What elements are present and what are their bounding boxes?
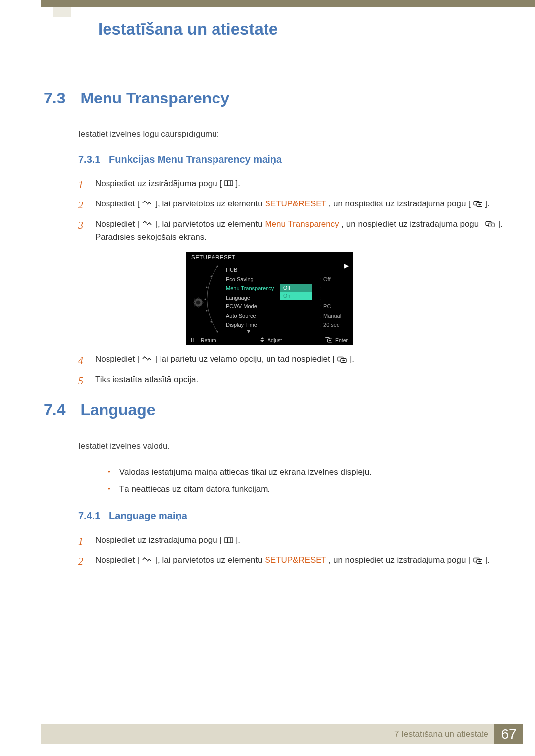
highlight-text: SETUP&RESET <box>265 555 326 565</box>
up-down-icon <box>142 557 153 563</box>
svg-rect-31 <box>225 538 233 543</box>
osd-row: Language: <box>226 293 351 302</box>
enter-icon <box>337 356 347 363</box>
osd-footer: Return Adjust Enter <box>191 335 348 343</box>
step-item: 2 Nospiediet [ ], lai pārvietotos uz ele… <box>78 554 505 569</box>
header-tab <box>53 7 71 17</box>
section-description: Iestatiet izvēlnes valodu. <box>78 440 505 452</box>
menu-icon <box>224 537 233 543</box>
step-number: 2 <box>78 198 86 213</box>
step-number: 4 <box>78 353 86 368</box>
step-text: Nospiediet [ ], lai pārvietotos uz eleme… <box>95 198 490 210</box>
section-title: Language <box>80 401 155 419</box>
step-number: 5 <box>78 373 86 389</box>
step-item: 1 Nospiediet uz izstrādājuma pogu [ ]. <box>78 177 505 193</box>
highlight-text: Menu Transparency <box>265 219 339 229</box>
osd-row: Eco Saving:Off <box>226 275 351 284</box>
chapter-title: Iestatīšana un atiestate <box>98 20 278 39</box>
step-number: 3 <box>78 218 86 233</box>
header-stripe <box>41 0 535 7</box>
svg-rect-0 <box>225 181 233 186</box>
subsection-heading: 7.3.1 Funkcijas Menu Transparency maiņa <box>78 154 505 165</box>
svg-line-23 <box>201 299 202 300</box>
svg-point-12 <box>211 321 212 323</box>
page-number: 67 <box>494 724 523 744</box>
note-bullets: Valodas iestatījuma maiņa attiecas tikai… <box>108 466 505 496</box>
section-description: Iestatiet izvēlnes logu caurspīdīgumu: <box>78 128 505 140</box>
svg-point-15 <box>196 301 201 305</box>
osd-row: PC/AV Mode:PC <box>226 302 351 311</box>
section-number: 7.3 <box>44 89 72 107</box>
up-down-icon <box>142 221 153 227</box>
subsection-number: 7.4.1 <box>78 510 100 521</box>
enter-icon <box>473 557 483 564</box>
svg-point-13 <box>217 331 218 333</box>
adjust-icon <box>259 337 265 343</box>
svg-point-7 <box>217 266 218 267</box>
step-text: Nospiediet [ ] lai pārietu uz vēlamo opc… <box>95 353 354 366</box>
osd-row: Auto Source:Manual <box>226 311 351 321</box>
subsection-heading: 7.4.1 Language maiņa <box>78 510 505 522</box>
step-text: Tiks iestatīta atlasītā opcija. <box>95 373 198 386</box>
osd-row: HUB <box>226 265 351 275</box>
enter-icon <box>325 337 333 343</box>
osd-screenshot: SETUP&RESET ▶ ▼ Off <box>34 252 505 345</box>
step-number: 1 <box>78 534 86 549</box>
steps-list-continued: 4 Nospiediet [ ] lai pārietu uz vēlamo o… <box>78 353 505 389</box>
step-text: Nospiediet uz izstrādājuma pogu [ ]. <box>95 177 240 190</box>
osd-row-selected: Menu Transparency: <box>226 284 351 293</box>
subsection-title: Language maiņa <box>109 510 187 521</box>
step-number: 2 <box>78 554 86 569</box>
page-footer: 7 Iestatīšana un atiestate 67 <box>41 724 523 744</box>
enter-icon <box>485 221 495 227</box>
step-item: 1 Nospiediet uz izstrādājuma pogu [ ]. <box>78 534 505 549</box>
step-text: Nospiediet [ ], lai pārvietotos uz eleme… <box>95 218 505 244</box>
step-item: 5 Tiks iestatīta atlasītā opcija. <box>78 373 505 389</box>
osd-row: Display Time:20 sec <box>226 320 351 330</box>
enter-icon <box>473 201 483 207</box>
step-number: 1 <box>78 177 86 193</box>
section-7-4: 7.4 Language Iestatiet izvēlnes valodu. … <box>44 401 505 574</box>
gear-icon <box>193 297 204 309</box>
up-down-icon <box>142 356 153 362</box>
step-text: Nospiediet [ ], lai pārvietotos uz eleme… <box>95 554 490 567</box>
svg-point-10 <box>205 299 206 300</box>
step-text: Nospiediet uz izstrādājuma pogu [ ]. <box>95 534 240 547</box>
svg-point-8 <box>211 276 212 277</box>
section-title: Menu Transparency <box>80 89 229 107</box>
steps-list: 1 Nospiediet uz izstrādājuma pogu [ ]. 2… <box>78 177 505 244</box>
up-down-icon <box>142 201 153 206</box>
footer-chapter-label: 7 Iestatīšana un atiestate <box>394 729 488 739</box>
svg-point-9 <box>206 287 208 288</box>
svg-line-20 <box>194 299 196 300</box>
step-item: 3 Nospiediet [ ], lai pārvietotos uz ele… <box>78 218 505 244</box>
svg-rect-24 <box>192 338 198 342</box>
section-7-3: 7.3 Menu Transparency Iestatiet izvēlnes… <box>44 89 505 394</box>
osd-title: SETUP&RESET <box>191 254 348 260</box>
step-item: 2 Nospiediet [ ], lai pārvietotos uz ele… <box>78 198 505 213</box>
subsection-title: Funkcijas Menu Transparency maiņa <box>109 154 282 165</box>
menu-icon <box>191 338 198 342</box>
svg-line-21 <box>201 305 202 306</box>
bullet-item: Tā neattiecas uz citām datora funkcijām. <box>108 483 505 496</box>
menu-icon <box>224 180 233 186</box>
highlight-text: SETUP&RESET <box>265 199 326 208</box>
subsection-number: 7.3.1 <box>78 154 100 165</box>
section-number: 7.4 <box>44 401 72 419</box>
steps-list: 1 Nospiediet uz izstrādājuma pogu [ ]. 2… <box>78 534 505 569</box>
svg-line-22 <box>194 305 196 306</box>
bullet-item: Valodas iestatījuma maiņa attiecas tikai… <box>108 466 505 479</box>
svg-point-11 <box>206 310 208 312</box>
step-item: 4 Nospiediet [ ] lai pārietu uz vēlamo o… <box>78 353 505 368</box>
